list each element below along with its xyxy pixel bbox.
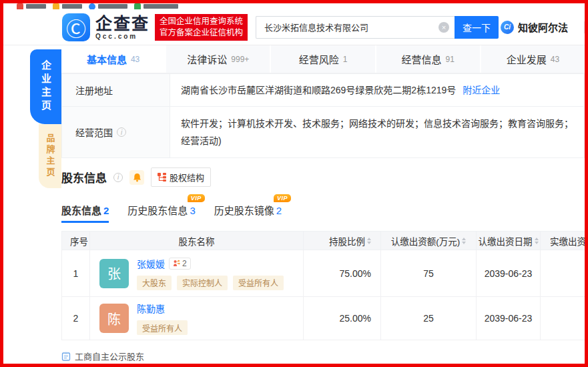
zhibi-alpha-icon: Ci	[501, 21, 514, 34]
registered-address-value: 湖南省长沙市岳麓区洋湖街道和顺路269号绿景欣苑二期2栋1219号	[181, 85, 456, 95]
tab-count: 43	[551, 55, 559, 64]
shareholder-row: 2 陈 陈勤惠 受益所有人	[62, 297, 588, 340]
tab-label: 经营风险	[299, 52, 339, 66]
search-input[interactable]	[256, 16, 455, 39]
sort-icon[interactable]	[367, 238, 371, 244]
tab-history-shareholder-snapshot[interactable]: 历史股东镜像2 VIP	[214, 203, 282, 223]
certification-badge-line1: 全国企业信用查询系统	[160, 16, 243, 27]
zhibi-alpha-label: 知彼阿尔法	[518, 20, 568, 34]
tab-label: 基本信息	[87, 52, 127, 66]
page-body: 企业主页 品牌主页 基本信息 43 法律诉讼 999+ 经营风险 1	[3, 45, 585, 362]
vip-badge: VIP	[274, 194, 291, 202]
tab-label: 股东信息	[61, 205, 101, 216]
bookmark-item[interactable]	[89, 3, 127, 9]
business-scope-label: 经营范围	[75, 125, 113, 139]
business-scope-value-cell: 软件开发；计算机技术开发、技术服务；网络技术的研发；信息技术咨询服务；教育咨询服…	[170, 107, 585, 158]
table-header-row: 序号 股东名称 持股比例 认缴出资额(万元) 认缴出资日期 实缴出资	[62, 232, 588, 250]
relation-graph-icon	[173, 260, 180, 267]
bookmark-item[interactable]	[17, 3, 46, 9]
avatar: 张	[99, 259, 129, 288]
tab-basic-info[interactable]: 基本信息 43	[61, 45, 165, 73]
tab-history-shareholder-info[interactable]: 历史股东信息3 VIP	[127, 203, 195, 223]
tab-label: 历史股东镜像	[214, 205, 274, 216]
header-label: 持股比例	[329, 237, 365, 247]
header-subscribed-date-sortable[interactable]: 认缴出资日期	[477, 232, 541, 250]
section-nav-tabs: 基本信息 43 法律诉讼 999+ 经营风险 1 经营信息 91 企业发展	[61, 45, 585, 73]
shareholder-tag: 受益所有人	[137, 320, 188, 335]
basic-info-table: 注册地址 湖南省长沙市岳麓区洋湖街道和顺路269号绿景欣苑二期2栋1219号附近…	[61, 73, 585, 158]
zhibi-alpha-entry[interactable]: Ci 知彼阿尔法	[501, 20, 568, 34]
tab-operation-info[interactable]: 经营信息 91	[376, 45, 480, 73]
equity-structure-label: 股权结构	[170, 171, 204, 184]
subscribed-date: 2039-06-23	[477, 297, 541, 340]
browser-window: Ⓒ 企查查 Qcc.com 全国企业信用查询系统 官方备案企业征信机构 查一下 …	[0, 0, 588, 367]
bookmark-item[interactable]	[134, 3, 178, 9]
header-paid-amount: 实缴出资	[541, 232, 588, 250]
bookmark-label-fragment	[98, 4, 127, 9]
tab-count: 2	[276, 205, 282, 216]
tab-shareholder-info[interactable]: 股东信息2	[61, 203, 109, 223]
tab-count: 91	[446, 55, 455, 64]
side-tab-enterprise-home[interactable]: 企业主页	[30, 49, 61, 124]
qcc-logo-text[interactable]: 企查查 Qcc.com	[95, 15, 150, 40]
tab-count: 3	[190, 205, 195, 216]
certification-badge: 全国企业信用查询系统 官方备案企业征信机构	[155, 14, 248, 41]
header-no: 序号	[62, 232, 90, 250]
shareholder-section-title: 股东信息	[61, 169, 107, 186]
tab-operation-risk[interactable]: 经营风险 1	[271, 45, 374, 73]
bookmark-item[interactable]	[53, 3, 82, 9]
vip-badge: VIP	[188, 194, 205, 202]
tab-enterprise-development[interactable]: 企业发展 43	[481, 45, 585, 73]
header-subscribed-amount-sortable[interactable]: 认缴出资额(万元)	[381, 232, 477, 250]
table-row: 经营范围 软件开发；计算机技术开发、技术服务；网络技术的研发；信息技术咨询服务；…	[62, 107, 585, 158]
certification-badge-line2: 官方备案企业征信机构	[160, 27, 243, 39]
bookmark-label-fragment	[62, 4, 82, 9]
tab-label: 经营信息	[402, 52, 442, 66]
side-tab-brand-home[interactable]: 品牌主页	[39, 124, 61, 188]
bookmark-label-fragment	[143, 4, 178, 9]
tab-count: 2	[103, 205, 109, 216]
shareholder-name-link[interactable]: 张媛媛	[137, 257, 165, 270]
shareholder-section: 股东信息 股权结构 股东信息2 历史股东信息3	[61, 167, 585, 362]
clear-search-icon[interactable]	[438, 22, 449, 33]
shareholder-tag: 大股东	[137, 276, 172, 290]
bookmark-label-fragment	[26, 4, 46, 9]
info-icon[interactable]	[117, 127, 126, 137]
shareholder-name-link[interactable]: 陈勤惠	[137, 302, 165, 315]
registered-address-value-cell: 湖南省长沙市岳麓区洋湖街道和顺路269号绿景欣苑二期2栋1219号附近企业	[170, 74, 585, 107]
registered-address-label: 注册地址	[75, 83, 113, 97]
header-label: 认缴出资额(万元)	[391, 237, 461, 247]
row-index: 2	[62, 297, 90, 340]
paid-amount	[541, 250, 588, 297]
subscribed-date: 2039-06-23	[477, 250, 541, 297]
business-scope-label-cell: 经营范围	[62, 107, 170, 158]
nearby-companies-link[interactable]: 附近企业	[463, 85, 500, 95]
shareholder-tag: 受益所有人	[233, 276, 284, 290]
shareholder-row: 1 张 张媛媛 2	[62, 250, 588, 297]
shareholder-table: 序号 股东名称 持股比例 认缴出资额(万元) 认缴出资日期 实缴出资 1 张	[61, 231, 588, 340]
business-self-disclosure-link[interactable]: 工商自主公示股东	[61, 350, 585, 362]
association-count: 2	[182, 259, 187, 268]
sort-icon[interactable]	[462, 238, 466, 244]
info-icon[interactable]	[113, 173, 123, 182]
row-index: 1	[62, 250, 90, 297]
main-content: 基本信息 43 法律诉讼 999+ 经营风险 1 经营信息 91 企业发展	[61, 45, 585, 362]
side-tab-brand-label: 品牌主页	[44, 133, 57, 179]
business-self-disclosure-label: 工商自主公示股东	[75, 350, 144, 362]
qcc-logo-domain: Qcc.com	[95, 33, 150, 40]
qcc-logo-icon[interactable]: Ⓒ	[62, 13, 90, 41]
association-count-badge[interactable]: 2	[169, 258, 191, 270]
header-ratio-sortable[interactable]: 持股比例	[304, 232, 381, 250]
avatar: 陈	[99, 304, 129, 333]
shareholding-ratio: 75.00%	[304, 250, 381, 297]
subscribed-amount: 25	[381, 297, 477, 340]
qcc-logo-title: 企查查	[95, 15, 150, 32]
clipboard-icon	[61, 352, 71, 361]
bell-icon[interactable]	[129, 170, 144, 185]
tab-legal-litigation[interactable]: 法律诉讼 999+	[166, 45, 270, 73]
sort-icon[interactable]	[535, 238, 539, 244]
bookmarks-bar	[3, 3, 585, 9]
site-header: Ⓒ 企查查 Qcc.com 全国企业信用查询系统 官方备案企业征信机构 查一下 …	[3, 9, 585, 45]
search-button[interactable]: 查一下	[455, 16, 499, 39]
equity-structure-button[interactable]: 股权结构	[151, 167, 211, 187]
